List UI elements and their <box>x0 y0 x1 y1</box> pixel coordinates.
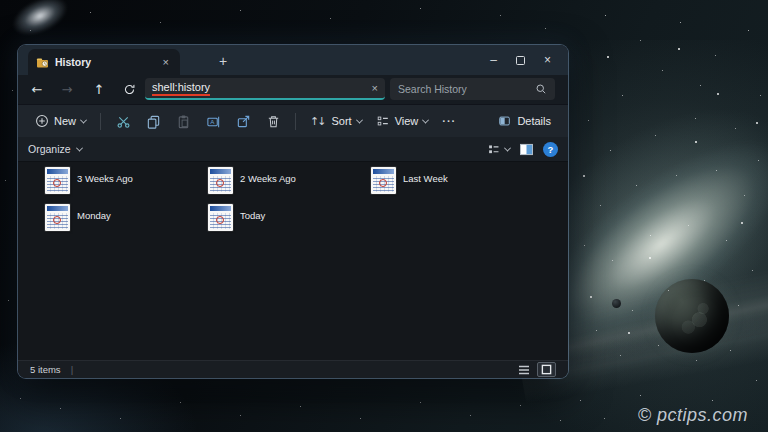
maximize-button[interactable] <box>507 45 534 75</box>
file-list: 3 Weeks Ago 2 Weeks Ago Last Week Monday… <box>18 162 568 360</box>
view-button-label: View <box>395 115 419 127</box>
tab-close-button[interactable]: × <box>160 56 172 68</box>
tab-strip: History × + – × <box>18 45 568 75</box>
status-divider: | <box>71 364 73 375</box>
minimize-button[interactable]: – <box>480 45 507 75</box>
copy-icon <box>146 114 161 129</box>
list-item[interactable]: Monday <box>45 204 208 241</box>
details-button-label: Details <box>517 115 551 127</box>
moon <box>612 299 621 308</box>
search-placeholder: Search History <box>398 83 535 95</box>
window-caption-controls: – × <box>480 45 561 75</box>
close-button[interactable]: × <box>534 45 561 75</box>
new-tab-button[interactable]: + <box>211 50 235 72</box>
rename-button[interactable]: A <box>198 108 228 134</box>
details-view-icon <box>518 365 530 375</box>
calendar-icon <box>45 204 70 231</box>
change-view-button[interactable] <box>487 143 510 156</box>
sort-button[interactable]: ↑↓ Sort <box>303 108 369 134</box>
chevron-down-icon <box>356 116 363 123</box>
toolbar-divider <box>295 113 296 130</box>
chevron-down-icon <box>422 116 429 123</box>
item-label: 2 Weeks Ago <box>240 173 296 184</box>
view-toggles <box>514 362 556 377</box>
thumbnail-view-toggle[interactable] <box>537 362 556 377</box>
cut-button[interactable] <box>108 108 138 134</box>
navigation-bar: ← → ↑ shell:history × Search History <box>18 75 568 104</box>
calendar-icon <box>45 167 70 194</box>
tab-title: History <box>55 56 160 68</box>
help-icon[interactable]: ? <box>543 142 558 157</box>
search-icon <box>535 83 547 95</box>
preview-pane-icon <box>519 143 534 156</box>
plus-circle-icon <box>35 114 49 128</box>
address-value: shell:history <box>152 81 210 96</box>
organize-bar: Organize ? <box>18 137 568 162</box>
list-item[interactable]: Today <box>208 204 371 241</box>
preview-pane-button[interactable] <box>519 143 534 156</box>
new-button[interactable]: New <box>28 108 93 134</box>
watermark: © pctips.com <box>638 405 748 426</box>
thumbnail-view-icon <box>541 364 552 375</box>
chevron-down-icon <box>76 144 83 151</box>
address-bar[interactable]: shell:history × <box>145 78 385 100</box>
change-view-icon <box>487 143 501 156</box>
refresh-button[interactable] <box>114 77 144 103</box>
organize-button-label[interactable]: Organize <box>28 143 71 155</box>
items-count: 5 items <box>30 364 61 375</box>
delete-button[interactable] <box>258 108 288 134</box>
item-label: 3 Weeks Ago <box>77 173 133 184</box>
new-button-label: New <box>54 115 76 127</box>
more-icon: ··· <box>442 115 456 127</box>
list-item[interactable]: 3 Weeks Ago <box>45 167 208 204</box>
status-bar: 5 items | <box>18 360 568 378</box>
see-more-button[interactable]: ··· <box>435 108 463 134</box>
organize-bar-icons: ? <box>487 142 558 157</box>
chevron-down-icon <box>80 116 87 123</box>
toolbar-divider <box>100 113 101 130</box>
calendar-icon <box>208 167 233 194</box>
sort-icon: ↑↓ <box>310 115 324 128</box>
calendar-icon <box>371 167 396 194</box>
item-label: Monday <box>77 210 111 221</box>
rename-icon: A <box>206 114 221 129</box>
back-button[interactable]: ← <box>24 82 50 97</box>
maximize-icon <box>516 56 525 65</box>
refresh-icon <box>123 83 136 96</box>
chevron-down-icon <box>504 144 511 151</box>
calendar-icon <box>208 204 233 231</box>
bright-stars <box>0 0 2 2</box>
details-pane-icon <box>497 114 512 128</box>
details-button[interactable]: Details <box>490 108 558 134</box>
search-box[interactable]: Search History <box>390 78 555 100</box>
forward-button[interactable]: → <box>54 82 80 97</box>
planet <box>655 279 729 353</box>
paste-button[interactable] <box>168 108 198 134</box>
view-icon <box>376 114 390 128</box>
view-button[interactable]: View <box>369 108 436 134</box>
explorer-window: History × + – × ← → ↑ shell:history × Se… <box>18 45 568 378</box>
sort-button-label: Sort <box>331 115 351 127</box>
share-button[interactable] <box>228 108 258 134</box>
history-folder-icon <box>36 56 49 69</box>
command-toolbar: New A <box>18 104 568 137</box>
item-label: Last Week <box>403 173 448 184</box>
svg-text:A: A <box>210 118 215 125</box>
paste-icon <box>176 114 191 129</box>
share-icon <box>236 114 251 129</box>
item-label: Today <box>240 210 265 221</box>
details-view-toggle[interactable] <box>514 362 533 377</box>
copy-button[interactable] <box>138 108 168 134</box>
list-item[interactable]: Last Week <box>371 167 534 204</box>
cut-icon <box>116 114 131 129</box>
up-button[interactable]: ↑ <box>86 82 112 97</box>
tab-history[interactable]: History × <box>28 49 180 75</box>
trash-icon <box>266 114 281 129</box>
address-clear-button[interactable]: × <box>372 82 378 94</box>
list-item[interactable]: 2 Weeks Ago <box>208 167 371 204</box>
